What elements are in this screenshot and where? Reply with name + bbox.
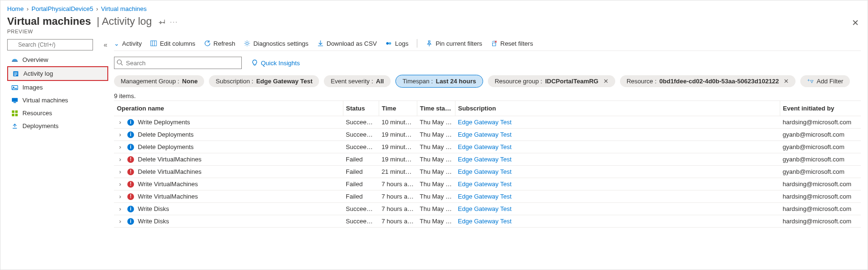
filter-pill[interactable]: Subscription : Edge Gateway Test: [209, 75, 319, 87]
pin-icon: [426, 40, 433, 47]
add-icon: ⁺▿: [807, 78, 814, 85]
download-csv-button[interactable]: Download as CSV: [317, 40, 377, 47]
svg-rect-5: [14, 74, 18, 74]
subscription-link[interactable]: Edge Gateway Test: [458, 218, 512, 225]
column-header[interactable]: Operation name: [114, 101, 343, 116]
filter-pill[interactable]: Resource group : IDCPortalTeamRG✕: [488, 75, 615, 87]
svg-rect-14: [15, 113, 18, 116]
subscription-link[interactable]: Edge Gateway Test: [458, 168, 512, 175]
toolbar: ⌄Activity Edit columns Refresh Diagnosti…: [114, 39, 861, 51]
timestamp-cell: Thu May 27...: [417, 215, 455, 228]
table-row: ›iWrite DisksSucceeded7 hours agoThu May…: [114, 215, 861, 228]
subscription-link[interactable]: Edge Gateway Test: [458, 143, 512, 150]
table-row: ›!Delete VirtualMachinesFailed21 minutes…: [114, 166, 861, 178]
refresh-icon: [204, 40, 211, 47]
remove-filter-icon[interactable]: ✕: [603, 78, 609, 85]
svg-rect-11: [12, 110, 14, 112]
reset-icon: [491, 40, 497, 47]
subscription-link[interactable]: Edge Gateway Test: [458, 193, 512, 200]
time-cell: 7 hours ago: [379, 215, 417, 228]
remove-filter-icon[interactable]: ✕: [784, 78, 789, 85]
initiated-by-cell: hardsing@microsoft.com: [780, 178, 861, 190]
initiated-by-cell: gyanb@microsoft.com: [780, 153, 861, 166]
logs-button[interactable]: Logs: [385, 40, 408, 47]
operation-name: Delete Deployments: [138, 143, 194, 150]
activity-button[interactable]: ⌄Activity: [114, 40, 142, 47]
pin-icon[interactable]: [159, 18, 165, 25]
expand-row-button[interactable]: ›: [117, 156, 124, 163]
expand-row-button[interactable]: ›: [117, 131, 124, 138]
time-cell: 19 minutes ...: [379, 141, 417, 153]
sidebar-search-input[interactable]: [7, 39, 93, 50]
sidebar-item-activity-log[interactable]: Activity log: [7, 66, 108, 81]
status-cell: Succeeded: [343, 116, 379, 129]
expand-row-button[interactable]: ›: [117, 205, 124, 212]
column-header[interactable]: Event initiated by: [780, 101, 861, 116]
table-row: ›iWrite DeploymentsSucceeded10 minutes .…: [114, 116, 861, 129]
expand-row-button[interactable]: ›: [117, 180, 124, 188]
edit-columns-button[interactable]: Edit columns: [150, 40, 195, 47]
subscription-link[interactable]: Edge Gateway Test: [458, 180, 512, 188]
table-row: ›!Write VirtualMachinesFailed7 hours ago…: [114, 178, 861, 190]
expand-row-button[interactable]: ›: [117, 193, 124, 200]
column-header[interactable]: Time: [379, 101, 417, 116]
operation-name: Delete Deployments: [138, 131, 194, 138]
subscription-link[interactable]: Edge Gateway Test: [458, 119, 512, 126]
expand-row-button[interactable]: ›: [117, 119, 124, 126]
svg-rect-9: [12, 98, 18, 101]
table-row: ›!Delete VirtualMachinesFailed19 minutes…: [114, 153, 861, 166]
sidebar-item-resources[interactable]: Resources: [7, 107, 108, 120]
status-cell: Succeeded: [343, 203, 379, 215]
table-row: ›iDelete DeploymentsSucceeded19 minutes …: [114, 129, 861, 141]
breadcrumb-device[interactable]: PortalPhysicalDevice5: [31, 5, 93, 12]
table-row: ›!Write VirtualMachinesFailed7 hours ago…: [114, 190, 861, 203]
overview-icon: [11, 57, 19, 63]
pin-filters-button[interactable]: Pin current filters: [426, 40, 482, 47]
deploy-icon: [11, 123, 19, 130]
table-row: ›iWrite DisksSucceeded7 hours agoThu May…: [114, 203, 861, 215]
expand-row-button[interactable]: ›: [117, 143, 124, 150]
search-input[interactable]: [114, 57, 242, 69]
filter-pill[interactable]: Timespan : Last 24 hours: [395, 75, 483, 88]
breadcrumb-vm[interactable]: Virtual machines: [101, 5, 147, 12]
filter-pill[interactable]: Event severity : All: [324, 75, 391, 87]
time-cell: 19 minutes ...: [379, 153, 417, 166]
expand-row-button[interactable]: ›: [117, 168, 124, 175]
quick-insights-button[interactable]: Quick Insights: [251, 60, 300, 67]
column-header[interactable]: Time stamp: [417, 101, 455, 116]
error-icon: !: [127, 193, 134, 200]
sidebar-item-deployments[interactable]: Deployments: [7, 120, 108, 132]
filter-pill[interactable]: Management Group : None: [114, 75, 204, 87]
main-content: ⌄Activity Edit columns Refresh Diagnosti…: [114, 39, 861, 268]
sidebar-item-virtual-machines[interactable]: Virtual machines: [7, 94, 108, 107]
sidebar-item-label: Images: [22, 84, 43, 91]
sidebar-item-label: Activity log: [23, 70, 53, 77]
subscription-link[interactable]: Edge Gateway Test: [458, 205, 512, 212]
breadcrumb-home[interactable]: Home: [7, 5, 24, 12]
sidebar-item-images[interactable]: Images: [7, 81, 108, 94]
filter-pill[interactable]: Resource : 0bd1fdee-cd02-4d0b-53aa-50623…: [620, 75, 796, 87]
timestamp-cell: Thu May 27...: [417, 190, 455, 203]
sidebar-item-overview[interactable]: Overview: [7, 53, 108, 66]
info-icon: i: [127, 119, 134, 126]
close-button[interactable]: ✕: [852, 18, 859, 28]
item-count-label: 9 items.: [114, 92, 861, 100]
chevron-down-icon: ⌄: [114, 40, 119, 47]
diagnostics-button[interactable]: Diagnostics settings: [244, 40, 309, 47]
subscription-link[interactable]: Edge Gateway Test: [458, 131, 512, 138]
time-cell: 19 minutes ...: [379, 129, 417, 141]
add-filter-button[interactable]: ⁺▿Add Filter: [800, 75, 850, 87]
collapse-sidebar-button[interactable]: «: [103, 40, 108, 50]
sidebar-item-label: Resources: [22, 110, 52, 117]
expand-row-button[interactable]: ›: [117, 218, 124, 225]
more-icon[interactable]: ···: [170, 18, 178, 25]
refresh-button[interactable]: Refresh: [204, 40, 236, 47]
subscription-link[interactable]: Edge Gateway Test: [458, 156, 512, 163]
column-header[interactable]: Subscription: [455, 101, 780, 116]
time-cell: 7 hours ago: [379, 178, 417, 190]
column-header[interactable]: Status: [343, 101, 379, 116]
page-title: Virtual machines: [7, 15, 91, 28]
status-cell: Failed: [343, 178, 379, 190]
initiated-by-cell: gyanb@microsoft.com: [780, 129, 861, 141]
reset-filters-button[interactable]: Reset filters: [491, 40, 533, 47]
